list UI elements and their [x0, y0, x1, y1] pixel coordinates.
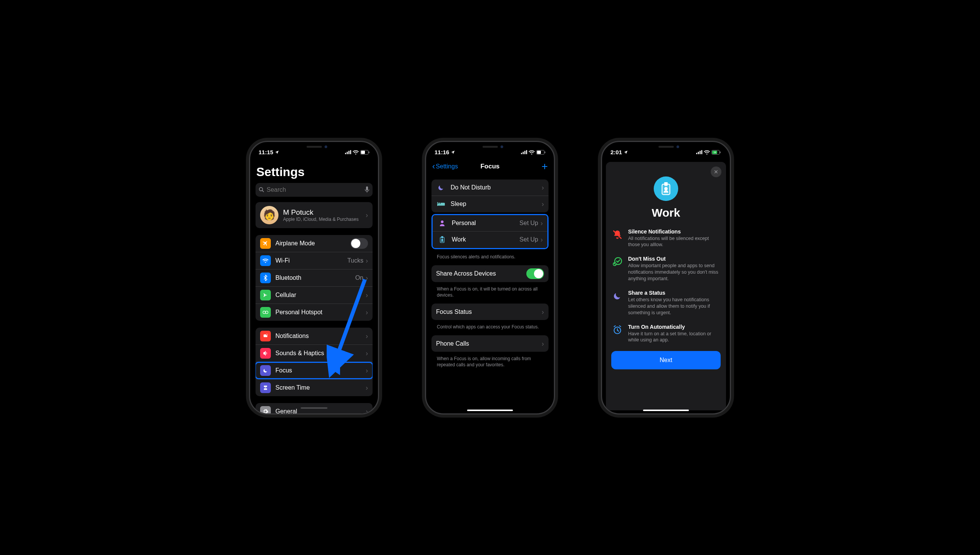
row-label: Do Not Disturb	[451, 184, 542, 191]
info-desc: Have it turn on at a set time, location …	[628, 331, 721, 344]
svg-point-34	[438, 202, 440, 204]
chevron-right-icon: ›	[366, 408, 368, 413]
svg-rect-26	[523, 152, 524, 154]
work-hero: Work	[611, 169, 721, 229]
row-label: Notifications	[275, 333, 366, 340]
svg-rect-40	[698, 152, 699, 154]
modes-footer: Focus silences alerts and notifications.	[431, 251, 549, 265]
chevron-right-icon: ›	[366, 367, 368, 374]
chevron-left-icon: ‹	[432, 162, 435, 171]
notifications-icon	[260, 331, 271, 341]
info-title: Don't Miss Out	[628, 256, 721, 262]
focus-status-row[interactable]: Focus Status ›	[431, 304, 549, 320]
home-indicator[interactable]	[467, 410, 513, 411]
hotspot-row[interactable]: Personal Hotspot ›	[256, 304, 373, 321]
search-bar[interactable]	[256, 183, 373, 197]
svg-rect-1	[347, 152, 348, 154]
work-title: Work	[611, 206, 721, 219]
profile-sub: Apple ID, iCloud, Media & Purchases	[283, 217, 366, 222]
svg-rect-41	[700, 151, 701, 154]
info-silence: Silence Notifications All notifications …	[611, 229, 721, 248]
screentime-icon	[260, 382, 271, 393]
back-button[interactable]: ‹ Settings	[432, 162, 458, 171]
badge-icon	[437, 235, 447, 245]
airplane-row[interactable]: Airplane Mode	[256, 235, 373, 252]
notch	[638, 142, 694, 152]
svg-rect-0	[345, 153, 346, 154]
status-time: 2:01	[610, 149, 622, 155]
row-label: Focus Status	[436, 309, 542, 315]
chevron-right-icon: ›	[540, 236, 543, 243]
info-title: Share a Status	[628, 290, 721, 296]
close-button[interactable]: ✕	[711, 166, 721, 177]
row-label: Bluetooth	[275, 274, 355, 281]
work-modal: ✕ Work Silence Notifications All notific…	[606, 162, 726, 410]
work-setup-screen[interactable]: ✕ Work Silence Notifications All notific…	[602, 159, 730, 413]
svg-point-13	[265, 311, 268, 313]
phone-work-setup: 2:01 ✕ Work	[601, 141, 731, 415]
row-label: General	[275, 408, 366, 413]
cellular-row[interactable]: Cellular ›	[256, 287, 373, 304]
mic-icon[interactable]	[365, 186, 370, 193]
info-desc: Let others know you have notifications s…	[628, 297, 721, 316]
chevron-right-icon: ›	[366, 384, 368, 391]
gear-icon	[260, 406, 271, 413]
notifications-row[interactable]: Notifications ›	[256, 328, 373, 345]
battery-icon	[536, 150, 545, 155]
check-shield-icon	[611, 256, 623, 268]
sounds-icon	[260, 348, 271, 359]
work-badge-icon	[654, 176, 678, 201]
info-desc: Allow important people and apps to send …	[628, 263, 721, 282]
svg-rect-47	[665, 182, 667, 186]
share-footer: When a Focus is on, it will be turned on…	[431, 284, 549, 304]
home-indicator[interactable]	[643, 410, 689, 411]
focus-row[interactable]: Focus ›	[256, 362, 373, 379]
notch	[462, 142, 518, 152]
svg-rect-16	[264, 385, 267, 387]
sleep-row[interactable]: Sleep ›	[431, 196, 549, 212]
profile-name: M Potuck	[283, 208, 366, 217]
battery-icon	[360, 150, 370, 155]
chevron-right-icon: ›	[366, 212, 368, 219]
chevron-right-icon: ›	[366, 292, 368, 299]
airplane-toggle[interactable]	[350, 238, 368, 249]
chevron-right-icon: ›	[366, 274, 368, 281]
close-icon: ✕	[714, 169, 718, 175]
share-devices-row[interactable]: Share Across Devices	[431, 265, 549, 282]
phone-settings: 11:15 Settings	[249, 141, 379, 415]
screentime-row[interactable]: Screen Time ›	[256, 379, 373, 396]
settings-screen[interactable]: Settings 🧑 M Potuck Apple ID, iCloud, Me…	[250, 159, 378, 413]
search-input[interactable]	[267, 186, 362, 193]
row-action: Set Up	[519, 236, 538, 243]
info-auto: Turn On Automatically Have it turn on at…	[611, 324, 721, 344]
scroll-indicator	[301, 407, 327, 409]
nav-title: Focus	[480, 163, 500, 170]
focus-screen[interactable]: ‹ Settings Focus + Do Not Disturb › Slee…	[426, 159, 554, 413]
svg-rect-6	[369, 151, 370, 153]
bluetooth-row[interactable]: Bluetooth On ›	[256, 269, 373, 287]
bed-icon	[436, 199, 446, 209]
bluetooth-icon	[260, 273, 271, 283]
chevron-right-icon: ›	[542, 309, 544, 315]
sounds-row[interactable]: Sounds & Haptics ›	[256, 345, 373, 362]
row-label: Focus	[275, 367, 366, 374]
svg-rect-17	[264, 388, 267, 390]
phone-calls-row[interactable]: Phone Calls ›	[431, 335, 549, 352]
wifi-row[interactable]: Wi-Fi Tucks ›	[256, 252, 373, 269]
location-icon	[623, 150, 628, 155]
chevron-right-icon: ›	[366, 333, 368, 340]
dnd-row[interactable]: Do Not Disturb ›	[431, 180, 549, 196]
nav-bar: ‹ Settings Focus +	[431, 159, 549, 174]
airplane-icon	[260, 238, 271, 249]
personal-row[interactable]: Personal Set Up ›	[433, 215, 547, 232]
next-button[interactable]: Next	[611, 351, 721, 369]
svg-rect-33	[437, 202, 438, 206]
row-label: Cellular	[275, 292, 366, 299]
row-value: On	[355, 274, 363, 281]
chevron-right-icon: ›	[540, 220, 543, 227]
apple-id-row[interactable]: 🧑 M Potuck Apple ID, iCloud, Media & Pur…	[256, 202, 373, 228]
share-toggle[interactable]	[526, 268, 544, 279]
add-button[interactable]: +	[542, 160, 548, 173]
status-time: 11:16	[435, 149, 449, 155]
work-row[interactable]: Work Set Up ›	[433, 232, 547, 248]
